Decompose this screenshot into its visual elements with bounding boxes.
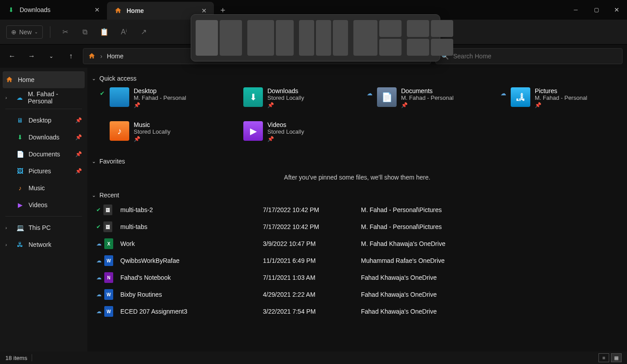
close-window-button[interactable]: ✕: [607, 0, 627, 20]
sidebar-item-music[interactable]: ♪ Music: [0, 180, 87, 196]
file-name: Bixby Routines: [120, 291, 263, 298]
section-label: Favorites: [99, 158, 125, 165]
qa-name: Videos: [267, 121, 304, 128]
search-box[interactable]: 🔍: [435, 48, 623, 64]
status-bar: 18 items ≡ ▦: [0, 352, 627, 364]
file-type-icon: W: [104, 306, 113, 317]
quick-access-item[interactable]: ♪ Music Stored Locally 📌: [99, 121, 228, 151]
status-items: 18 items: [5, 355, 27, 361]
search-input[interactable]: [453, 53, 617, 60]
section-recent[interactable]: ⌄ Recent: [90, 189, 624, 201]
qa-location: Stored Locally: [267, 94, 304, 101]
tab-downloads[interactable]: ⬇ Downloads ✕: [0, 0, 107, 20]
sidebar-item-pictures[interactable]: 🖼 Pictures 📌: [0, 163, 87, 180]
sync-status-icon: ☁: [96, 258, 102, 264]
recent-item[interactable]: ✔ 🖼 multi-tabs-2 7/17/2022 10:42 PM M. F…: [90, 201, 624, 218]
section-label: Quick access: [99, 75, 136, 82]
quick-access-item[interactable]: ⬇ Downloads Stored Locally 📌: [233, 87, 362, 117]
file-location: Fahad Khawaja's OneDrive: [361, 291, 624, 298]
sidebar-item-videos[interactable]: ▶ Videos: [0, 196, 87, 213]
separator: [50, 26, 50, 38]
sync-status-icon: ☁: [96, 308, 102, 315]
recent-item[interactable]: ☁ W QwibbsWorkByRafae 11/1/2021 6:49 PM …: [90, 252, 624, 269]
file-date: 3/22/2021 7:54 PM: [263, 308, 361, 315]
snap-layout-2col-wide[interactable]: [247, 20, 294, 56]
folder-icon: ⬇: [243, 87, 263, 107]
sidebar-item-home[interactable]: Home: [3, 71, 85, 88]
favorites-empty-text: After you've pinned some files, we'll sh…: [90, 168, 624, 189]
body: Home › ☁ M. Fahad - Personal 🖥 Desktop 📌…: [0, 68, 627, 352]
sidebar-item-documents[interactable]: 📄 Documents 📌: [0, 146, 87, 163]
new-button[interactable]: ⊕ New ⌄: [6, 25, 43, 39]
section-quick-access[interactable]: ⌄ Quick access: [90, 72, 624, 85]
sidebar-item-thispc[interactable]: › 💻 This PC: [0, 219, 87, 236]
file-date: 11/1/2021 6:49 PM: [263, 257, 361, 264]
minimize-button[interactable]: ─: [566, 0, 586, 20]
pin-icon: 📌: [267, 136, 304, 142]
sidebar-item-label: Network: [29, 241, 51, 248]
cloud-icon: ☁: [16, 94, 23, 102]
recent-item[interactable]: ☁ X Work 3/9/2022 10:47 PM M. Fahad Khaw…: [90, 235, 624, 252]
maximize-button[interactable]: ▢: [586, 0, 607, 20]
sync-status-icon: ☁: [366, 90, 373, 97]
sidebar-item-onedrive[interactable]: › ☁ M. Fahad - Personal: [0, 89, 87, 106]
paste-button[interactable]: 📋: [97, 25, 112, 40]
file-date: 7/11/2021 1:03 AM: [263, 274, 361, 281]
breadcrumb[interactable]: Home: [107, 53, 123, 60]
close-icon[interactable]: ✕: [201, 7, 207, 14]
file-type-icon: N: [104, 272, 113, 283]
recent-item[interactable]: ✔ 🖼 multi-tabs 7/17/2022 10:42 PM M. Fah…: [90, 218, 624, 235]
file-date: 7/17/2022 10:42 PM: [263, 223, 361, 230]
back-button[interactable]: ←: [4, 49, 20, 64]
close-icon[interactable]: ✕: [94, 6, 100, 13]
quick-access-item[interactable]: ☁ 📄 Documents M. Fahad - Personal 📌: [366, 87, 496, 117]
file-type-icon: 🖼: [103, 204, 112, 215]
quick-access-item[interactable]: ☁ 🏞 Pictures M. Fahad - Personal 📌: [500, 87, 627, 117]
folder-icon: ♪: [110, 121, 129, 141]
section-favorites[interactable]: ⌄ Favorites: [90, 155, 624, 168]
network-icon: 🖧: [16, 241, 24, 249]
file-date: 4/29/2021 2:22 AM: [263, 291, 361, 298]
sidebar-item-downloads[interactable]: ⬇ Downloads 📌: [0, 129, 87, 146]
home-icon: [114, 7, 122, 15]
pin-icon: 📌: [75, 151, 82, 157]
qa-location: M. Fahad - Personal: [401, 94, 454, 101]
file-date: 7/17/2022 10:42 PM: [263, 206, 361, 213]
file-location: Muhammad Rafae's OneDrive: [361, 257, 624, 264]
pin-icon: 📌: [134, 136, 170, 142]
sidebar: Home › ☁ M. Fahad - Personal 🖥 Desktop 📌…: [0, 68, 87, 352]
chevron-down-icon: ⌄: [34, 29, 38, 34]
rename-button[interactable]: Aⁱ: [116, 25, 131, 40]
recent-item[interactable]: ☁ W ECED 207 Assignment3 3/22/2021 7:54 …: [90, 303, 624, 320]
share-button[interactable]: ↗: [136, 25, 151, 40]
qa-name: Documents: [401, 87, 454, 94]
recent-item[interactable]: ☁ W Bixby Routines 4/29/2021 2:22 AM Fah…: [90, 286, 624, 303]
chevron-right-icon[interactable]: ›: [5, 95, 11, 100]
recent-item[interactable]: ☁ N Fahad's Notebook 7/11/2021 1:03 AM F…: [90, 269, 624, 286]
sidebar-item-network[interactable]: › 🖧 Network: [0, 236, 87, 253]
recent-locations-button[interactable]: ⌄: [44, 49, 59, 64]
file-type-icon: X: [104, 238, 113, 249]
sync-status-icon: ☁: [96, 291, 102, 298]
snap-layout-quad[interactable]: [407, 20, 453, 56]
quick-access-item[interactable]: ▶ Videos Stored Locally 📌: [233, 121, 362, 151]
tiles-view-button[interactable]: ▦: [611, 353, 622, 362]
forward-button[interactable]: →: [24, 49, 39, 64]
file-location: Fahad Khawaja's OneDrive: [361, 308, 624, 315]
details-view-button[interactable]: ≡: [598, 353, 609, 362]
document-icon: 📄: [16, 150, 24, 158]
chevron-right-icon[interactable]: ›: [5, 242, 12, 247]
snap-layout-2col[interactable]: [196, 20, 242, 56]
up-button[interactable]: ↑: [63, 49, 78, 64]
cut-button[interactable]: ✂: [57, 25, 73, 40]
chevron-down-icon: ⌄: [92, 159, 96, 164]
sidebar-item-label: Home: [18, 76, 34, 83]
quick-access-item[interactable]: ✔ Desktop M. Fahad - Personal 📌: [99, 87, 228, 117]
sync-status-icon: ✔: [96, 224, 101, 230]
qa-name: Downloads: [267, 87, 304, 94]
snap-layout-3col[interactable]: [299, 20, 348, 56]
sidebar-item-desktop[interactable]: 🖥 Desktop 📌: [0, 112, 87, 129]
chevron-right-icon[interactable]: ›: [5, 225, 12, 230]
copy-button[interactable]: ⧉: [77, 25, 92, 40]
snap-layout-left-stack[interactable]: [353, 20, 402, 56]
